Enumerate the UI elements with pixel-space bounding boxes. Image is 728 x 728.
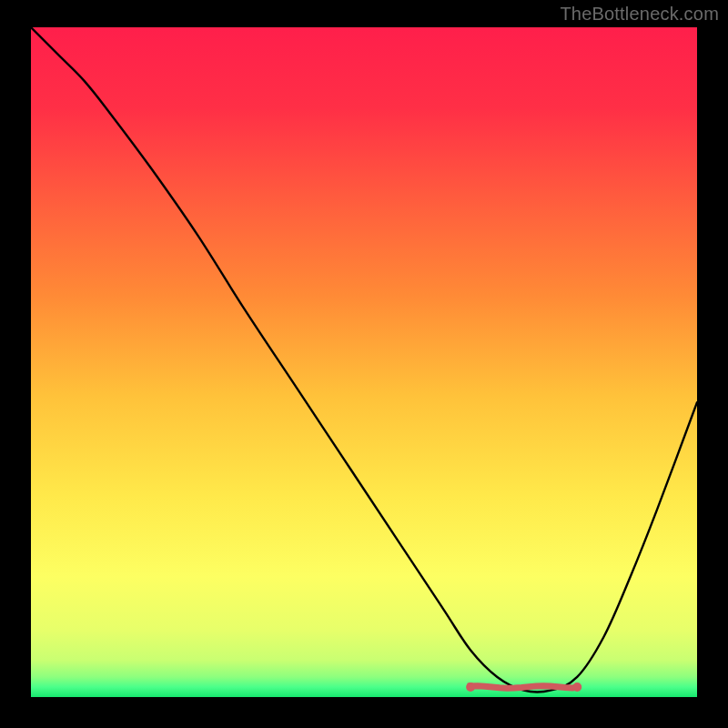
flat-marker-start — [466, 682, 475, 692]
plot-svg — [31, 27, 697, 697]
watermark-text: TheBottleneck.com — [560, 4, 719, 25]
gradient-bg — [31, 27, 697, 697]
flat-marker-line — [470, 686, 577, 688]
chart-frame: TheBottleneck.com — [0, 0, 728, 728]
plot-area — [31, 27, 697, 697]
flat-marker-end — [572, 682, 581, 692]
